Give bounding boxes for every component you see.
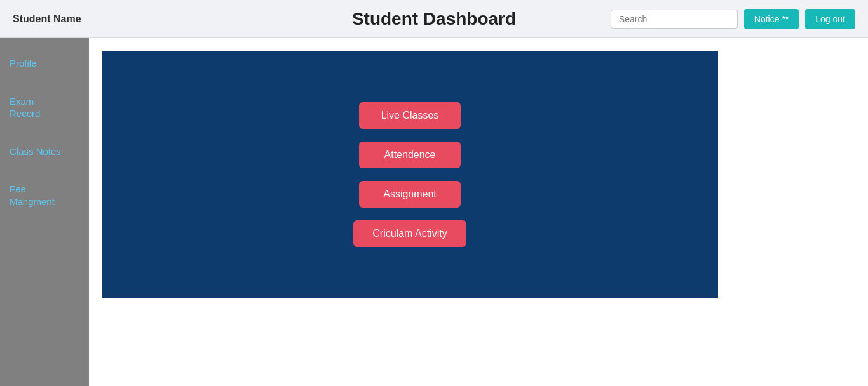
- dashboard-panel: Live Classes Attendence Assignment Cricu…: [102, 51, 718, 298]
- live-classes-button[interactable]: Live Classes: [359, 102, 461, 129]
- student-name: Student Name: [13, 13, 81, 25]
- sidebar: Profile ExamRecord Class Notes FeeMangme…: [0, 38, 89, 386]
- main-layout: Profile ExamRecord Class Notes FeeMangme…: [0, 38, 868, 386]
- assignment-button[interactable]: Assignment: [359, 181, 461, 208]
- sidebar-item-exam-record[interactable]: ExamRecord: [0, 83, 89, 133]
- notice-button[interactable]: Notice **: [744, 9, 799, 29]
- header-controls: Notice ** Log out: [611, 9, 855, 29]
- content-area: Live Classes Attendence Assignment Cricu…: [89, 38, 868, 386]
- page-title: Student Dashboard: [352, 9, 516, 29]
- sidebar-item-class-notes[interactable]: Class Notes: [0, 133, 89, 171]
- attendence-button[interactable]: Attendence: [359, 142, 461, 168]
- sidebar-item-profile[interactable]: Profile: [0, 44, 89, 83]
- criculam-activity-button[interactable]: Criculam Activity: [353, 220, 466, 247]
- logout-button[interactable]: Log out: [805, 9, 855, 29]
- header: Student Name Student Dashboard Notice **…: [0, 0, 868, 38]
- sidebar-item-fee-management[interactable]: FeeMangment: [0, 170, 89, 220]
- search-input[interactable]: [611, 10, 738, 29]
